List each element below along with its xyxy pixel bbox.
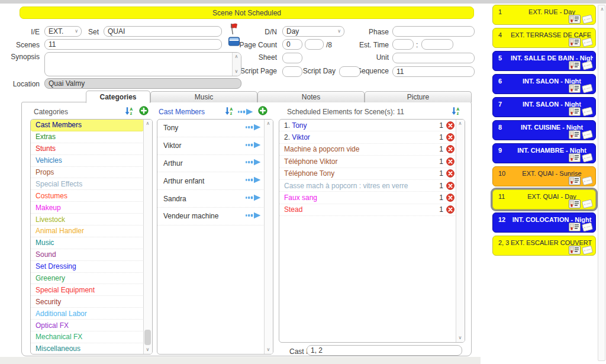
scene-strip[interactable]: 7 INT. SALON - Night	[492, 97, 596, 117]
breakdown-sheet-icon[interactable]	[569, 199, 581, 208]
sort-az-icon[interactable]: A z	[225, 107, 234, 117]
cast-members-scrollbar[interactable]: ∧ ∨	[264, 120, 273, 354]
scene-folder-icon[interactable]	[228, 37, 240, 48]
sheet-input[interactable]	[282, 53, 302, 63]
scheduled-element-item[interactable]: Faux sang 1	[279, 192, 456, 204]
scroll-up-icon[interactable]: ∧	[144, 120, 152, 127]
category-item[interactable]: Mechanical FX	[31, 331, 144, 343]
flag-icon[interactable]	[230, 23, 238, 37]
breakdown-sheet-icon[interactable]	[569, 223, 581, 231]
remove-element-icon[interactable]	[446, 157, 454, 166]
breakdown-sheet-icon[interactable]	[569, 130, 581, 139]
scheduled-element-item[interactable]: Téléphone Tony 1	[279, 168, 456, 180]
category-item[interactable]: Music	[31, 237, 144, 249]
add-cast-member-icon[interactable]	[258, 106, 267, 117]
synopsis-scrollbar[interactable]: ∧ ∨	[232, 53, 241, 76]
breakdown-sheet-icon[interactable]	[569, 107, 581, 116]
category-item[interactable]: Greenery	[31, 273, 144, 285]
category-item[interactable]: Security	[31, 296, 144, 308]
tab[interactable]: Picture	[365, 91, 472, 102]
scheduled-element-item[interactable]: 1. Tony 1	[279, 120, 456, 131]
move-to-scene-arrow-icon[interactable]	[246, 124, 261, 133]
page-count-eighths-input[interactable]	[305, 39, 324, 50]
add-category-element-icon[interactable]	[139, 106, 149, 117]
scene-strip[interactable]: 10 EXT. QUAI - Sunrise	[492, 166, 596, 186]
category-item[interactable]: Sound	[31, 249, 144, 261]
cast-member-item[interactable]: Tony	[157, 120, 265, 137]
set-input[interactable]	[104, 26, 222, 37]
move-to-scene-arrow-icon[interactable]	[246, 159, 261, 167]
cast-member-item[interactable]: Viktor	[157, 137, 265, 155]
category-item[interactable]: Set Dressing	[31, 261, 144, 273]
scene-strip[interactable]: 12 INT. COLOCATION - Night	[492, 212, 596, 233]
phase-input[interactable]	[392, 26, 475, 37]
scene-strip[interactable]: 2, 3 EXT. ESCALIER COUVERT -	[492, 236, 596, 256]
est-time-hours-input[interactable]	[392, 39, 414, 50]
synopsis-textarea[interactable]: ∧ ∨	[44, 52, 241, 76]
strip-tag-icon[interactable]	[582, 176, 594, 186]
strip-tag-icon[interactable]	[582, 37, 594, 47]
category-item[interactable]: Costumes	[31, 190, 144, 202]
scheduled-element-item[interactable]: Casse mach à popcorn : vitres en verre 1	[279, 180, 456, 192]
remove-element-icon[interactable]	[446, 121, 454, 130]
scheduled-elements-scrollbar[interactable]: ∧ ∨	[456, 120, 465, 342]
category-item[interactable]: Stunts	[31, 143, 144, 155]
tab[interactable]: Categories	[86, 91, 150, 103]
breakdown-sheet-icon[interactable]	[569, 61, 581, 70]
location-field[interactable]: Quai Valmy	[44, 78, 241, 89]
tab[interactable]: Notes	[257, 91, 365, 102]
remove-element-icon[interactable]	[446, 133, 454, 141]
strip-tag-icon[interactable]	[582, 199, 594, 209]
category-item[interactable]: Miscellaneous	[31, 343, 144, 354]
strip-tag-icon[interactable]	[582, 222, 594, 232]
category-item[interactable]: Makeup	[31, 202, 144, 214]
scheduled-element-item[interactable]: Stead 1	[279, 204, 456, 216]
scroll-down-icon[interactable]: ∨	[456, 334, 464, 342]
scroll-down-icon[interactable]: ∨	[144, 346, 152, 353]
scene-strip[interactable]: 6 INT. SALON - Night	[492, 74, 596, 94]
scrollbar-thumb[interactable]	[144, 330, 151, 345]
strip-tag-icon[interactable]	[582, 60, 594, 70]
scroll-up-icon[interactable]: ∧	[598, 6, 606, 13]
breakdown-sheet-icon[interactable]	[569, 153, 581, 162]
strip-board-scrollbar[interactable]: ∧	[598, 5, 605, 361]
cast-member-item[interactable]: Sandra	[157, 190, 265, 208]
category-item[interactable]: Livestock	[31, 214, 144, 226]
breakdown-sheet-icon[interactable]	[569, 176, 581, 185]
scheduled-element-item[interactable]: Téléphone Viktor 1	[279, 156, 456, 167]
move-to-scene-arrow-icon[interactable]	[246, 212, 261, 221]
remove-element-icon[interactable]	[446, 182, 454, 190]
category-item[interactable]: Animal Handler	[31, 226, 144, 237]
scroll-up-icon[interactable]: ∧	[456, 120, 464, 127]
category-item[interactable]: Special Effects	[31, 178, 144, 190]
remove-element-icon[interactable]	[446, 169, 454, 178]
breakdown-sheet-icon[interactable]	[569, 15, 581, 24]
remove-element-icon[interactable]	[446, 145, 454, 153]
script-day-input[interactable]	[339, 66, 360, 77]
breakdown-sheet-icon[interactable]	[569, 38, 581, 47]
category-item[interactable]: Props	[31, 167, 144, 179]
strip-tag-icon[interactable]	[582, 130, 594, 140]
cast-member-item[interactable]: Arthur enfant	[157, 172, 265, 190]
tab[interactable]: Music	[150, 91, 257, 102]
dn-select[interactable]: Day ∨	[282, 26, 344, 37]
move-to-scene-arrow-icon[interactable]	[246, 141, 261, 150]
unit-input[interactable]	[392, 53, 475, 63]
scene-strip[interactable]: 11 EXT. QUAI - Day	[492, 189, 596, 210]
move-to-scene-arrow-icon[interactable]	[246, 176, 261, 185]
scroll-down-icon[interactable]: ∨	[233, 68, 240, 75]
categories-scrollbar[interactable]: ∧ ∨	[143, 120, 152, 354]
breakdown-sheet-icon[interactable]	[569, 246, 581, 255]
cast-member-item[interactable]: Vendeur machine	[157, 208, 265, 226]
strip-tag-icon[interactable]	[582, 14, 594, 24]
sort-az-icon[interactable]: A z	[452, 107, 460, 117]
scheduled-element-item[interactable]: 2. Viktor 1	[279, 131, 456, 143]
remove-element-icon[interactable]	[446, 205, 454, 214]
category-item[interactable]: Vehicles	[31, 155, 144, 167]
category-item[interactable]: Additional Labor	[31, 308, 144, 320]
scene-strip[interactable]: 5 INT. SALLE DE BAIN - Night	[492, 51, 596, 71]
category-item[interactable]: Special Equipment	[31, 284, 144, 296]
est-time-minutes-input[interactable]	[421, 39, 453, 50]
cast-member-item[interactable]: Arthur	[157, 155, 265, 173]
strip-tag-icon[interactable]	[582, 153, 594, 163]
